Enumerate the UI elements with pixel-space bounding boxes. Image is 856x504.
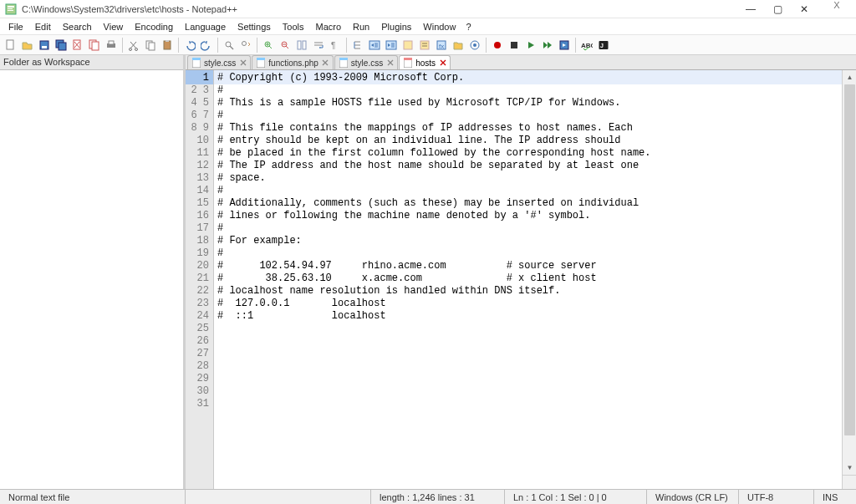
svg-text:fx: fx <box>439 43 444 50</box>
separator <box>346 38 347 53</box>
paste-icon[interactable] <box>160 38 175 53</box>
record-macro-icon[interactable] <box>490 38 505 53</box>
undo-icon[interactable] <box>182 38 197 53</box>
redo-icon[interactable] <box>199 38 214 53</box>
zoom-out-icon[interactable] <box>278 38 293 53</box>
doc-list-icon[interactable] <box>417 38 432 53</box>
menu-plugins[interactable]: Plugins <box>376 20 416 33</box>
wordwrap-icon[interactable] <box>311 38 326 53</box>
svg-rect-8 <box>59 43 66 50</box>
maximize-button[interactable]: ▢ <box>764 0 791 18</box>
separator <box>178 38 179 53</box>
tab-style-css[interactable]: style.css <box>334 55 398 69</box>
new-file-icon[interactable] <box>3 38 18 53</box>
find-icon[interactable] <box>222 38 237 53</box>
close-tab-icon[interactable] <box>439 59 446 67</box>
menu-run[interactable]: Run <box>348 20 374 33</box>
open-file-icon[interactable] <box>20 38 35 53</box>
tab-functions-php[interactable]: functions.php <box>252 55 334 69</box>
close-button[interactable]: ✕ <box>791 0 818 18</box>
tab-label: style.css <box>351 59 383 68</box>
monitor-icon[interactable] <box>467 38 482 53</box>
tab-hosts[interactable]: hosts <box>399 55 451 69</box>
menu-macro[interactable]: Macro <box>310 20 346 33</box>
status-mode[interactable]: INS <box>814 490 856 504</box>
svg-text:¶: ¶ <box>331 41 335 50</box>
status-filetype: Normal text file <box>0 490 186 504</box>
indent-icon[interactable] <box>384 38 399 53</box>
code-editor: 12 3 4 5 6 7 8 9 10 11 12 13 14 15 16 17… <box>186 70 856 489</box>
status-encoding[interactable]: UTF-8 <box>739 490 814 504</box>
tab-style-css[interactable]: style.css <box>187 55 251 69</box>
function-list-icon[interactable]: fx <box>434 38 449 53</box>
outdent-icon[interactable] <box>367 38 382 53</box>
indent-guide-icon[interactable] <box>350 38 365 53</box>
scroll-down-icon[interactable]: ▼ <box>843 461 856 475</box>
svg-rect-23 <box>166 40 169 42</box>
scroll-thumb[interactable] <box>844 84 855 435</box>
svg-rect-74 <box>339 58 348 60</box>
extra-close[interactable]: X <box>818 0 856 18</box>
cut-icon[interactable] <box>126 38 141 53</box>
tab-strip: style.cssfunctions.phpstyle.csshosts <box>186 55 856 70</box>
scroll-up-icon[interactable]: ▲ <box>843 70 856 84</box>
play-multi-icon[interactable] <box>540 38 555 53</box>
svg-rect-60 <box>511 42 517 48</box>
line-number-gutter[interactable]: 12 3 4 5 6 7 8 9 10 11 12 13 14 15 16 17… <box>186 70 214 489</box>
svg-rect-22 <box>164 41 171 49</box>
menu-settings[interactable]: Settings <box>232 20 276 33</box>
menu-language[interactable]: Language <box>180 20 231 33</box>
vertical-scrollbar[interactable]: ▲ ▼ <box>842 70 856 489</box>
save-icon[interactable] <box>37 38 52 53</box>
menu-file[interactable]: File <box>3 20 28 33</box>
close-file-icon[interactable] <box>70 38 85 53</box>
status-length: length : 1,246 lines : 31 <box>371 490 505 504</box>
print-icon[interactable] <box>104 38 119 53</box>
close-tab-icon[interactable] <box>239 59 247 67</box>
window-controls: — ▢ ✕ X <box>737 0 856 18</box>
menu-view[interactable]: View <box>99 20 129 33</box>
sync-scroll-icon[interactable] <box>294 38 309 53</box>
menu-help[interactable]: ? <box>462 20 474 33</box>
file-icon <box>339 58 349 68</box>
save-all-icon[interactable] <box>54 38 69 53</box>
svg-rect-21 <box>149 43 155 50</box>
folder-workspace-icon[interactable] <box>451 38 466 53</box>
close-tab-icon[interactable] <box>322 59 329 67</box>
minimize-button[interactable]: — <box>737 0 764 18</box>
svg-rect-52 <box>420 41 429 49</box>
save-macro-icon[interactable] <box>557 38 572 53</box>
show-all-chars-icon[interactable]: ¶ <box>328 38 343 53</box>
menu-encoding[interactable]: Encoding <box>130 20 178 33</box>
status-eol[interactable]: Windows (CR LF) <box>647 490 739 504</box>
replace-icon[interactable] <box>238 38 253 53</box>
copy-icon[interactable] <box>143 38 158 53</box>
scroll-corner <box>843 475 856 489</box>
menu-search[interactable]: Search <box>58 20 97 33</box>
code-content[interactable]: # Copyright (c) 1993-2009 Microsoft Corp… <box>214 70 842 489</box>
zoom-in-icon[interactable] <box>261 38 276 53</box>
svg-rect-2 <box>8 8 13 9</box>
sidebar-body[interactable] <box>0 70 183 489</box>
file-icon <box>256 58 266 68</box>
tab-label: style.css <box>204 59 236 68</box>
svg-rect-34 <box>298 41 301 49</box>
svg-point-58 <box>473 43 476 47</box>
file-icon <box>191 58 201 68</box>
menu-edit[interactable]: Edit <box>30 20 56 33</box>
menu-tools[interactable]: Tools <box>278 20 309 33</box>
close-tab-icon[interactable] <box>386 59 394 67</box>
svg-point-59 <box>494 42 501 48</box>
close-all-icon[interactable] <box>87 38 102 53</box>
spellcheck-icon[interactable]: ABC <box>579 38 594 53</box>
separator <box>575 38 576 53</box>
json-icon[interactable]: J <box>596 38 611 53</box>
svg-line-25 <box>230 46 233 49</box>
app-icon <box>5 3 17 15</box>
separator <box>257 38 257 53</box>
doc-map-icon[interactable] <box>400 38 415 53</box>
menu-window[interactable]: Window <box>418 20 461 33</box>
stop-macro-icon[interactable] <box>507 38 522 53</box>
status-bar: Normal text file length : 1,246 lines : … <box>0 489 856 504</box>
play-macro-icon[interactable] <box>523 38 538 53</box>
